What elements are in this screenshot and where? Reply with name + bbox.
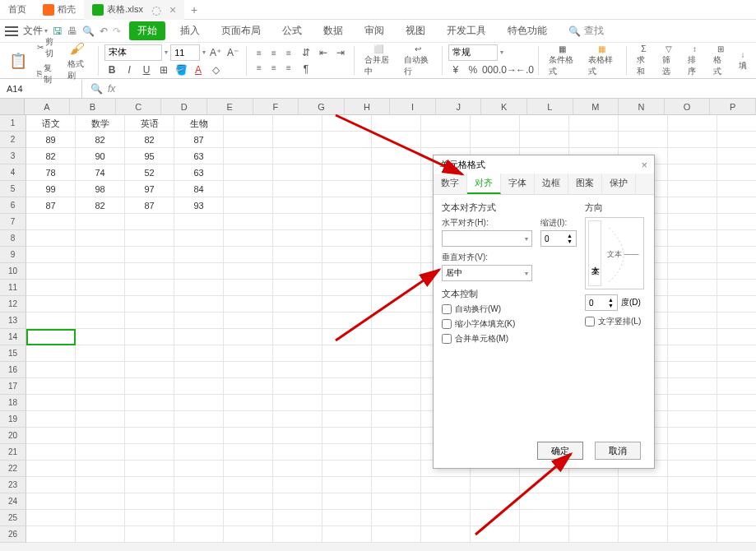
cell[interactable]: 93 (174, 197, 224, 213)
cell[interactable] (224, 345, 273, 361)
cell[interactable]: 74 (76, 164, 125, 180)
cell[interactable] (273, 378, 322, 394)
cell[interactable] (76, 477, 125, 493)
cell[interactable] (273, 115, 322, 131)
cell[interactable] (273, 164, 322, 180)
cell[interactable] (273, 411, 322, 427)
cell[interactable] (619, 115, 668, 131)
tab-layout[interactable]: 页面布局 (215, 21, 267, 40)
row-header[interactable]: 16 (0, 362, 26, 378)
cell[interactable] (520, 510, 569, 526)
clear-format-button[interactable]: ◇ (208, 63, 223, 77)
column-header[interactable]: G (299, 99, 345, 114)
column-header[interactable]: O (665, 99, 711, 114)
close-icon[interactable]: ◌ (151, 3, 161, 16)
dlg-tab-number[interactable]: 数字 (434, 174, 467, 194)
cell[interactable] (174, 280, 224, 295)
cell[interactable] (668, 263, 717, 279)
halign-select[interactable]: ▾ (442, 230, 532, 247)
chevron-down-icon[interactable]: ▾ (202, 49, 206, 56)
cell[interactable] (273, 477, 322, 493)
cell[interactable] (322, 148, 372, 164)
cell[interactable] (26, 280, 76, 295)
cell[interactable] (668, 181, 717, 197)
cell[interactable] (322, 263, 372, 279)
fill-color-button[interactable]: 🪣 (174, 63, 188, 77)
align-bottom-button[interactable]: ≡ (282, 47, 295, 60)
cell[interactable] (273, 148, 322, 164)
row-header[interactable]: 20 (0, 428, 26, 444)
formula-input[interactable] (123, 80, 756, 98)
dlg-tab-font[interactable]: 字体 (501, 174, 535, 194)
cell[interactable] (26, 411, 76, 427)
cell[interactable] (717, 164, 756, 180)
cell[interactable] (273, 526, 322, 542)
row-header[interactable]: 9 (0, 247, 26, 263)
cell[interactable] (421, 115, 471, 131)
cell[interactable] (372, 461, 421, 476)
cell[interactable] (322, 362, 372, 377)
indent-inc-button[interactable]: ⇥ (333, 45, 348, 60)
active-cell[interactable] (26, 329, 76, 345)
cell[interactable] (322, 461, 372, 476)
merge-checkbox[interactable]: 合并单元格(M) (442, 333, 577, 345)
column-header[interactable]: J (436, 99, 482, 114)
cell[interactable] (273, 313, 322, 328)
cell[interactable] (668, 164, 717, 180)
cell[interactable] (372, 345, 421, 361)
cell[interactable]: 90 (76, 148, 125, 164)
merge-checkbox-input[interactable] (442, 334, 452, 344)
cell[interactable] (322, 378, 372, 394)
cell[interactable] (322, 493, 372, 509)
cell[interactable] (471, 115, 520, 131)
row-header[interactable]: 17 (0, 378, 26, 395)
cell[interactable] (421, 477, 471, 493)
cell[interactable] (668, 230, 717, 246)
cell[interactable] (421, 132, 471, 147)
cell[interactable] (372, 526, 421, 542)
cell[interactable] (717, 296, 756, 312)
currency-button[interactable]: ¥ (448, 63, 463, 77)
cell[interactable] (174, 444, 224, 460)
cell[interactable] (224, 329, 273, 345)
cell[interactable] (717, 526, 756, 542)
cell[interactable] (76, 411, 125, 427)
chevron-down-icon[interactable]: ▾ (165, 49, 168, 56)
cell[interactable] (322, 214, 372, 229)
cell[interactable] (174, 510, 224, 526)
cell[interactable] (668, 214, 717, 229)
row-header[interactable]: 22 (0, 461, 26, 477)
cell[interactable] (322, 345, 372, 361)
cell[interactable] (717, 428, 756, 443)
chevron-down-icon[interactable]: ▾ (500, 49, 503, 56)
row-header[interactable]: 5 (0, 181, 26, 197)
cell[interactable] (224, 263, 273, 279)
cell[interactable] (717, 132, 756, 147)
align-middle-button[interactable]: ≡ (267, 47, 281, 60)
cell[interactable] (322, 313, 372, 328)
column-header[interactable]: N (619, 99, 665, 114)
cell[interactable] (668, 329, 717, 345)
cell[interactable] (273, 395, 322, 410)
cell[interactable] (372, 444, 421, 460)
cell[interactable] (717, 197, 756, 213)
cell[interactable] (668, 493, 717, 509)
dialog-close-button[interactable]: × (641, 159, 647, 171)
cell[interactable] (174, 247, 224, 262)
tab-review[interactable]: 审阅 (358, 21, 391, 40)
tab-insert[interactable]: 插入 (174, 21, 206, 40)
column-header[interactable]: P (710, 99, 756, 114)
cell[interactable] (26, 247, 76, 262)
cell[interactable] (125, 477, 174, 493)
cell[interactable] (668, 132, 717, 147)
cell[interactable] (421, 493, 471, 509)
cell[interactable]: 97 (125, 181, 174, 197)
row-header[interactable]: 23 (0, 477, 26, 493)
cell[interactable] (76, 395, 125, 410)
border-button[interactable]: ⊞ (156, 63, 171, 77)
cell[interactable] (224, 296, 273, 312)
cell[interactable] (76, 362, 125, 377)
cell[interactable] (76, 428, 125, 443)
cond-format-button[interactable]: ▦ 条件格式 (545, 44, 581, 77)
cell[interactable] (273, 132, 322, 147)
